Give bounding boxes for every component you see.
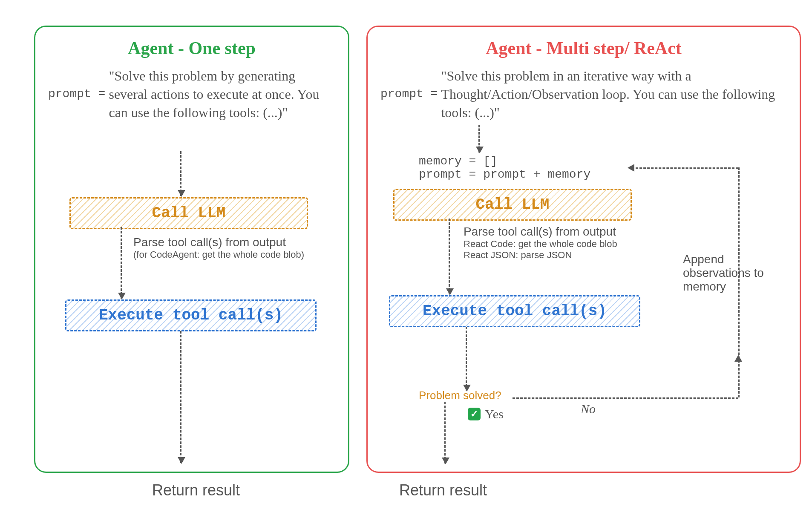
prompt-body-left: "Solve this problem by generating severa… — [109, 67, 335, 122]
panel-title-multi-step: Agent - Multi step/ ReAct — [380, 38, 787, 58]
box-call-llm-left: Call LLM — [69, 197, 308, 229]
label-call-llm-left: Call LLM — [152, 204, 226, 222]
arrow-llm-to-exec-left — [121, 227, 122, 299]
arrow-yes-to-return — [444, 402, 446, 463]
panel-title-one-step: Agent - One step — [48, 38, 335, 58]
box-execute-left: Execute tool call(s) — [65, 299, 317, 331]
parse-annot-left: Parse tool call(s) from output (for Code… — [133, 236, 304, 260]
arrow-exec-to-decision — [466, 327, 467, 391]
arrow-prompt-to-llm-left — [180, 151, 181, 196]
prompt-row-right: prompt = "Solve this problem in an itera… — [380, 67, 787, 122]
parse-line3-right: React JSON: parse JSON — [464, 250, 617, 261]
prompt-lhs-right: prompt = — [380, 67, 438, 101]
prompt-row-left: prompt = "Solve this problem by generati… — [48, 67, 335, 122]
label-execute-left: Execute tool call(s) — [99, 307, 283, 324]
no-edge-h — [513, 397, 738, 399]
box-execute-right: Execute tool call(s) — [389, 295, 640, 327]
memory-line2: prompt = prompt + memory — [419, 168, 590, 181]
arrow-exec-to-return-left — [180, 331, 181, 463]
no-edge-top — [632, 167, 738, 169]
panel-multi-step: Agent - Multi step/ ReAct prompt = "Solv… — [366, 26, 801, 473]
parse-line2-right: React Code: get the whole code blob — [464, 239, 617, 250]
arrow-prompt-to-mem — [478, 125, 480, 153]
no-arrowhead — [628, 164, 634, 172]
check-icon: ✓ — [468, 408, 481, 420]
parse-annot-right: Parse tool call(s) from output React Cod… — [464, 225, 617, 261]
append-annot: Append observations to memory — [683, 253, 772, 294]
loop-arrowhead-icon — [734, 355, 742, 362]
return-left: Return result — [119, 481, 273, 499]
prompt-lhs-left: prompt = — [48, 67, 105, 101]
box-call-llm-right: Call LLM — [393, 189, 632, 221]
memory-line1: memory = [] — [419, 155, 590, 168]
parse-line2-left: (for CodeAgent: get the whole code blob) — [133, 249, 304, 260]
yes-label: Yes — [485, 407, 504, 421]
no-label: No — [581, 402, 596, 416]
arrow-llm-to-exec-right — [449, 219, 450, 294]
memory-text: memory = [] prompt = prompt + memory — [419, 155, 590, 181]
decision-text: Problem solved? — [419, 389, 501, 402]
parse-line1-right: Parse tool call(s) from output — [464, 225, 617, 239]
return-right: Return result — [366, 481, 520, 499]
yes-branch: ✓ Yes — [468, 407, 504, 421]
label-execute-right: Execute tool call(s) — [423, 302, 607, 320]
prompt-body-right: "Solve this problem in an iterative way … — [441, 67, 787, 122]
label-call-llm-right: Call LLM — [476, 196, 550, 213]
panel-one-step: Agent - One step prompt = "Solve this pr… — [34, 26, 349, 473]
parse-line1-left: Parse tool call(s) from output — [133, 236, 304, 249]
diagram-root: Agent - One step prompt = "Solve this pr… — [17, 17, 812, 518]
